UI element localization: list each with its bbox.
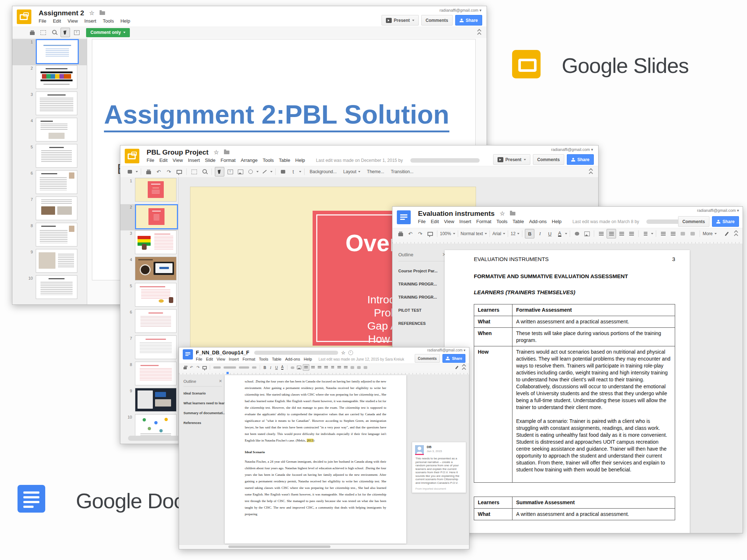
slide-thumbnail-3[interactable]: 3 <box>12 92 87 118</box>
background-button[interactable]: Background... <box>310 169 337 174</box>
comments-button[interactable]: Comments <box>421 15 453 26</box>
comment-only-button[interactable]: Comment only <box>86 28 130 37</box>
numbered-list-icon[interactable] <box>659 229 667 238</box>
select-cursor-icon[interactable] <box>215 167 224 176</box>
star-icon[interactable]: ☆ <box>214 149 219 155</box>
slide-thumbnail-4[interactable]: 4 <box>120 257 178 283</box>
menu-help[interactable]: Help <box>304 357 312 361</box>
numbered-list-icon[interactable] <box>336 365 342 370</box>
print-icon[interactable] <box>182 365 188 370</box>
print-icon[interactable] <box>396 229 405 238</box>
italic-icon[interactable]: I <box>268 365 273 370</box>
outline-item[interactable]: TRAINING PROGR... <box>398 295 446 299</box>
horizontal-scrollbar[interactable] <box>179 544 469 549</box>
menu-edit[interactable]: Edit <box>159 158 167 163</box>
slide-thumbnail-1[interactable]: 1 <box>12 39 87 65</box>
outline-item[interactable]: TRAINING PROGR... <box>398 282 446 286</box>
slide-thumbnail-6[interactable]: 6 <box>120 309 178 335</box>
folder-icon[interactable] <box>100 11 105 15</box>
slide-thumbnail-2[interactable]: 2 <box>12 65 87 92</box>
outline-item[interactable]: References <box>183 421 222 425</box>
scrollbar-thumb[interactable] <box>228 545 330 548</box>
underline-icon[interactable]: U <box>274 365 279 370</box>
link-icon[interactable] <box>573 229 581 238</box>
menu-table[interactable]: Table <box>272 357 281 361</box>
menu-view[interactable]: View <box>217 357 225 361</box>
align-left-icon[interactable] <box>303 364 309 371</box>
menu-insert[interactable]: Insert <box>459 219 471 224</box>
outline-item[interactable]: REFERENCES <box>398 321 446 326</box>
layout-button[interactable]: Layout <box>343 169 360 174</box>
zoom-select[interactable]: 100% <box>440 231 455 236</box>
document-page[interactable]: school. .During the four years she has b… <box>225 375 406 544</box>
menu-arrange[interactable]: Arrange <box>241 158 258 163</box>
menu-format[interactable]: Format <box>243 357 255 361</box>
bulleted-list-icon[interactable] <box>343 365 349 370</box>
textbox-icon[interactable]: T <box>226 167 235 176</box>
comments-button[interactable]: Comments <box>533 154 564 165</box>
last-edit-status[interactable]: Last edit was made on December 1, 2015 b… <box>316 158 403 163</box>
slide-thumbnail-8[interactable]: 8 <box>12 223 87 249</box>
paragraph-style-select[interactable]: Normal text <box>461 231 487 236</box>
transition-button[interactable]: Transition... <box>391 169 413 174</box>
bulleted-list-icon[interactable] <box>669 229 677 238</box>
shape-icon[interactable] <box>246 167 255 176</box>
menu-file[interactable]: File <box>147 158 154 163</box>
menu-file[interactable]: File <box>196 357 202 361</box>
align-justify-icon[interactable] <box>323 365 329 370</box>
comments-button[interactable]: Comments <box>678 216 709 227</box>
share-button[interactable]: Share <box>455 15 482 26</box>
share-button[interactable]: Share <box>712 216 739 227</box>
menu-file[interactable]: File <box>418 219 426 224</box>
slide-thumbnail-7[interactable]: 7 <box>120 335 178 362</box>
align-right-icon[interactable] <box>617 229 626 238</box>
font-size-select[interactable] <box>251 365 258 370</box>
paint-format-icon[interactable] <box>175 167 183 176</box>
line-icon[interactable] <box>260 167 269 176</box>
align-center-icon[interactable] <box>310 365 316 370</box>
zoom-fit-icon[interactable] <box>39 28 47 37</box>
slide-thumbnail-8[interactable]: 8 <box>120 362 178 388</box>
undo-icon[interactable]: ↶ <box>154 167 163 176</box>
slide-thumbnail-9[interactable]: 9 <box>120 388 178 414</box>
zoom-icon[interactable] <box>50 28 58 37</box>
text-color-caret[interactable] <box>565 233 567 234</box>
print-icon[interactable] <box>28 28 36 37</box>
more-button[interactable]: More <box>703 231 716 236</box>
document-title[interactable]: Evaluation instruments <box>418 210 495 218</box>
account-menu[interactable]: radianaffi@gmail.com ▾ <box>697 208 739 213</box>
undo-icon[interactable]: ↶ <box>406 229 415 238</box>
menu-file[interactable]: File <box>39 18 46 24</box>
slide-thumbnail-4[interactable]: 4 <box>12 118 87 144</box>
zoom-icon[interactable] <box>200 167 209 176</box>
menu-help[interactable]: Help <box>552 219 562 224</box>
slide-thumbnail-3[interactable]: 3 <box>120 230 178 257</box>
line-caret[interactable] <box>270 171 272 172</box>
select-cursor-icon[interactable] <box>61 28 70 37</box>
indent-icon[interactable] <box>678 229 687 238</box>
slide-thumbnail-5[interactable]: 5 <box>120 283 178 309</box>
outline-item[interactable]: What learners need to learn <box>183 401 222 405</box>
animate-caret[interactable] <box>299 171 301 172</box>
align-center-icon[interactable] <box>607 229 616 238</box>
collapse-toolbar-icon[interactable] <box>735 231 738 237</box>
star-icon[interactable]: ☆ <box>500 211 505 217</box>
new-slide-caret[interactable] <box>136 171 138 172</box>
shape-caret[interactable] <box>256 171 259 172</box>
present-dropdown-caret[interactable] <box>412 20 414 21</box>
link-icon[interactable] <box>290 365 295 370</box>
last-edit-status[interactable]: Last edit was made on June 12, 2015 by S… <box>318 357 404 361</box>
document-title[interactable]: Assignment 2 <box>39 9 84 17</box>
menu-edit[interactable]: Edit <box>431 219 439 224</box>
menu-tools[interactable]: Tools <box>103 18 114 24</box>
paint-format-icon[interactable] <box>426 229 434 238</box>
menu-addons[interactable]: Add-ons <box>285 357 300 361</box>
slide-thumbnail-6[interactable]: 6 <box>12 170 87 197</box>
textbox-icon[interactable]: T <box>72 28 81 37</box>
menu-insert[interactable]: Insert <box>188 158 200 163</box>
menu-view[interactable]: View <box>444 219 454 224</box>
theme-button[interactable]: Theme... <box>367 169 384 174</box>
menu-tools[interactable]: Tools <box>263 158 274 163</box>
clear-format-icon[interactable] <box>363 365 368 370</box>
menu-insert[interactable]: Insert <box>84 18 96 24</box>
